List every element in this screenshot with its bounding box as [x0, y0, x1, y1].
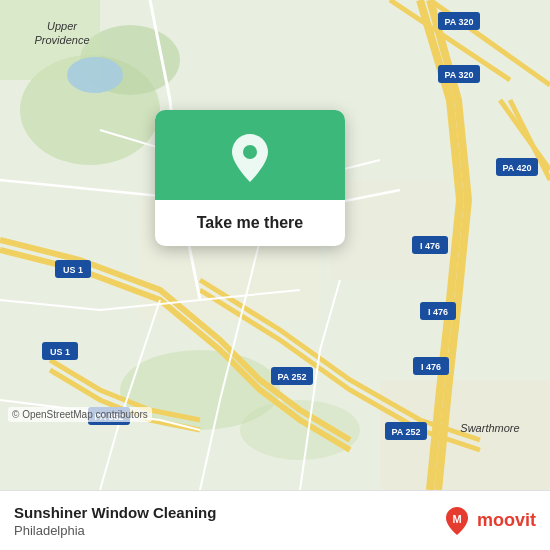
svg-text:PA 252: PA 252 — [277, 372, 306, 382]
svg-point-35 — [243, 145, 257, 159]
svg-text:US 1: US 1 — [63, 265, 83, 275]
svg-text:M: M — [452, 513, 461, 525]
map-container: US 1 US 1 PA 320 PA 320 PA 420 I 476 I 4… — [0, 0, 550, 490]
bottom-bar: Sunshiner Window Cleaning Philadelphia M… — [0, 490, 550, 550]
moovit-logo-icon: M — [441, 505, 473, 537]
take-me-there-button[interactable]: Take me there — [179, 200, 321, 246]
osm-credit: © OpenStreetMap contributors — [8, 407, 152, 422]
svg-text:PA 320: PA 320 — [444, 17, 473, 27]
svg-text:PA 420: PA 420 — [502, 163, 531, 173]
svg-point-6 — [67, 57, 123, 93]
moovit-logo: M moovit — [441, 505, 536, 537]
svg-text:PA 252: PA 252 — [391, 427, 420, 437]
svg-text:I 476: I 476 — [420, 241, 440, 251]
svg-rect-8 — [330, 180, 450, 280]
business-location: Philadelphia — [14, 523, 216, 538]
osm-credit-text: © OpenStreetMap contributors — [12, 409, 148, 420]
svg-text:Swarthmore: Swarthmore — [460, 422, 519, 434]
svg-text:Providence: Providence — [34, 34, 89, 46]
svg-text:I 476: I 476 — [428, 307, 448, 317]
svg-text:US 1: US 1 — [50, 347, 70, 357]
svg-text:I 476: I 476 — [421, 362, 441, 372]
location-pin-icon — [228, 132, 272, 184]
svg-text:PA 320: PA 320 — [444, 70, 473, 80]
business-name: Sunshiner Window Cleaning — [14, 504, 216, 521]
moovit-text: moovit — [477, 510, 536, 531]
svg-text:Upper: Upper — [47, 20, 78, 32]
popup-card: Take me there — [155, 110, 345, 246]
popup-green-section — [155, 110, 345, 200]
